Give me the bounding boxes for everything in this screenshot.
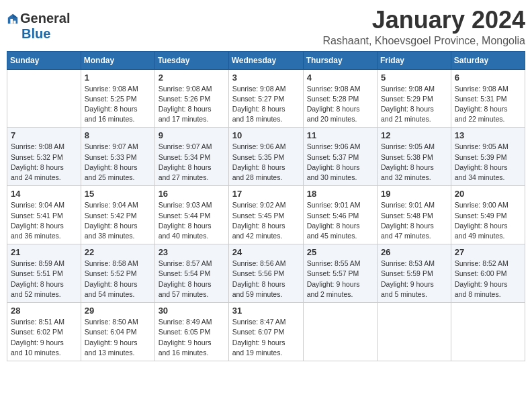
calendar-cell: 29Sunrise: 8:50 AM Sunset: 6:04 PM Dayli…	[81, 303, 154, 361]
day-number: 12	[381, 130, 447, 140]
day-info: Sunrise: 9:01 AM Sunset: 5:46 PM Dayligh…	[307, 200, 373, 241]
calendar-cell: 8Sunrise: 9:07 AM Sunset: 5:33 PM Daylig…	[81, 128, 154, 186]
weekday-header: Saturday	[451, 51, 525, 69]
calendar-cell: 10Sunrise: 9:06 AM Sunset: 5:35 PM Dayli…	[228, 128, 303, 186]
calendar-cell: 28Sunrise: 8:51 AM Sunset: 6:02 PM Dayli…	[7, 303, 81, 361]
weekday-header: Monday	[81, 51, 154, 69]
calendar-cell: 23Sunrise: 8:57 AM Sunset: 5:54 PM Dayli…	[154, 244, 228, 303]
calendar-cell: 5Sunrise: 9:08 AM Sunset: 5:29 PM Daylig…	[378, 69, 451, 128]
calendar-cell: 22Sunrise: 8:58 AM Sunset: 5:52 PM Dayli…	[81, 244, 154, 303]
calendar-cell: 6Sunrise: 9:08 AM Sunset: 5:31 PM Daylig…	[451, 69, 525, 128]
day-number: 25	[307, 247, 373, 257]
day-number: 26	[381, 247, 447, 257]
day-number: 28	[11, 306, 77, 316]
day-number: 7	[11, 130, 77, 140]
calendar-cell: 30Sunrise: 8:49 AM Sunset: 6:05 PM Dayli…	[154, 303, 228, 361]
weekday-header: Sunday	[7, 51, 81, 69]
day-info: Sunrise: 9:08 AM Sunset: 5:28 PM Dayligh…	[307, 84, 373, 125]
calendar-cell: 13Sunrise: 9:05 AM Sunset: 5:39 PM Dayli…	[451, 128, 525, 186]
day-info: Sunrise: 9:06 AM Sunset: 5:37 PM Dayligh…	[307, 142, 373, 183]
calendar-cell: 4Sunrise: 9:08 AM Sunset: 5:28 PM Daylig…	[303, 69, 377, 128]
logo: General Blue	[7, 11, 70, 42]
svg-marker-1	[13, 13, 17, 17]
calendar-cell: 20Sunrise: 9:00 AM Sunset: 5:49 PM Dayli…	[451, 186, 525, 244]
day-info: Sunrise: 9:05 AM Sunset: 5:39 PM Dayligh…	[455, 142, 521, 183]
day-number: 31	[232, 306, 300, 316]
day-number: 4	[307, 73, 373, 83]
logo-blue-text: Blue	[21, 26, 50, 42]
calendar-cell: 21Sunrise: 8:59 AM Sunset: 5:51 PM Dayli…	[7, 244, 81, 303]
day-number: 18	[307, 189, 373, 199]
day-info: Sunrise: 9:07 AM Sunset: 5:33 PM Dayligh…	[85, 142, 151, 183]
weekday-header: Thursday	[303, 51, 377, 69]
day-info: Sunrise: 9:03 AM Sunset: 5:44 PM Dayligh…	[159, 200, 225, 241]
calendar-week-row: 1Sunrise: 9:08 AM Sunset: 5:25 PM Daylig…	[7, 69, 525, 128]
weekday-header-row: SundayMondayTuesdayWednesdayThursdayFrid…	[7, 51, 525, 69]
calendar-cell	[378, 303, 451, 361]
day-number: 27	[455, 247, 521, 257]
calendar-cell: 27Sunrise: 8:52 AM Sunset: 6:00 PM Dayli…	[451, 244, 525, 303]
day-number: 8	[85, 130, 151, 140]
day-number: 10	[232, 130, 300, 140]
day-number: 14	[11, 189, 77, 199]
day-info: Sunrise: 8:53 AM Sunset: 5:59 PM Dayligh…	[381, 259, 447, 300]
weekday-header: Tuesday	[154, 51, 228, 69]
calendar-cell: 17Sunrise: 9:02 AM Sunset: 5:45 PM Dayli…	[228, 186, 303, 244]
calendar-cell: 18Sunrise: 9:01 AM Sunset: 5:46 PM Dayli…	[303, 186, 377, 244]
day-info: Sunrise: 8:58 AM Sunset: 5:52 PM Dayligh…	[85, 259, 151, 300]
day-number: 22	[85, 247, 151, 257]
calendar-cell: 12Sunrise: 9:05 AM Sunset: 5:38 PM Dayli…	[378, 128, 451, 186]
day-info: Sunrise: 9:08 AM Sunset: 5:25 PM Dayligh…	[85, 84, 151, 125]
calendar-cell: 31Sunrise: 8:47 AM Sunset: 6:07 PM Dayli…	[228, 303, 303, 361]
title-area: January 2024 Rashaant, Khoevsgoel Provin…	[322, 7, 525, 47]
calendar-cell	[7, 69, 81, 128]
calendar-week-row: 14Sunrise: 9:04 AM Sunset: 5:41 PM Dayli…	[7, 186, 525, 244]
day-number: 30	[159, 306, 225, 316]
day-number: 20	[455, 189, 521, 199]
calendar-cell	[451, 303, 525, 361]
day-number: 13	[455, 130, 521, 140]
day-info: Sunrise: 8:51 AM Sunset: 6:02 PM Dayligh…	[11, 317, 77, 358]
calendar-cell: 25Sunrise: 8:55 AM Sunset: 5:57 PM Dayli…	[303, 244, 377, 303]
day-info: Sunrise: 8:49 AM Sunset: 6:05 PM Dayligh…	[159, 317, 225, 358]
calendar-table: SundayMondayTuesdayWednesdayThursdayFrid…	[7, 51, 525, 361]
day-info: Sunrise: 9:08 AM Sunset: 5:26 PM Dayligh…	[159, 84, 225, 125]
calendar-cell: 19Sunrise: 9:01 AM Sunset: 5:48 PM Dayli…	[378, 186, 451, 244]
month-title: January 2024	[322, 7, 525, 34]
calendar-cell: 11Sunrise: 9:06 AM Sunset: 5:37 PM Dayli…	[303, 128, 377, 186]
calendar-cell: 15Sunrise: 9:04 AM Sunset: 5:42 PM Dayli…	[81, 186, 154, 244]
day-info: Sunrise: 9:00 AM Sunset: 5:49 PM Dayligh…	[455, 200, 521, 241]
day-number: 6	[455, 73, 521, 83]
day-info: Sunrise: 8:50 AM Sunset: 6:04 PM Dayligh…	[85, 317, 151, 358]
calendar-cell: 14Sunrise: 9:04 AM Sunset: 5:41 PM Dayli…	[7, 186, 81, 244]
calendar-week-row: 28Sunrise: 8:51 AM Sunset: 6:02 PM Dayli…	[7, 303, 525, 361]
day-info: Sunrise: 9:08 AM Sunset: 5:32 PM Dayligh…	[11, 142, 77, 183]
day-number: 2	[159, 73, 225, 83]
location-subtitle: Rashaant, Khoevsgoel Province, Mongolia	[322, 35, 525, 47]
day-number: 16	[159, 189, 225, 199]
day-number: 21	[11, 247, 77, 257]
calendar-cell: 24Sunrise: 8:56 AM Sunset: 5:56 PM Dayli…	[228, 244, 303, 303]
day-number: 24	[232, 247, 300, 257]
day-number: 11	[307, 130, 373, 140]
day-number: 1	[85, 73, 151, 83]
svg-rect-2	[10, 19, 13, 24]
day-info: Sunrise: 9:05 AM Sunset: 5:38 PM Dayligh…	[381, 142, 447, 183]
day-number: 9	[159, 130, 225, 140]
day-info: Sunrise: 9:08 AM Sunset: 5:29 PM Dayligh…	[381, 84, 447, 125]
day-info: Sunrise: 8:52 AM Sunset: 6:00 PM Dayligh…	[455, 259, 521, 300]
day-number: 23	[159, 247, 225, 257]
day-info: Sunrise: 9:07 AM Sunset: 5:34 PM Dayligh…	[159, 142, 225, 183]
day-info: Sunrise: 8:57 AM Sunset: 5:54 PM Dayligh…	[159, 259, 225, 300]
svg-rect-3	[13, 20, 16, 24]
calendar-cell: 3Sunrise: 9:08 AM Sunset: 5:27 PM Daylig…	[228, 69, 303, 128]
logo-general-text: General	[20, 11, 70, 26]
calendar-cell: 9Sunrise: 9:07 AM Sunset: 5:34 PM Daylig…	[154, 128, 228, 186]
day-number: 17	[232, 189, 300, 199]
calendar-cell: 7Sunrise: 9:08 AM Sunset: 5:32 PM Daylig…	[7, 128, 81, 186]
day-info: Sunrise: 9:02 AM Sunset: 5:45 PM Dayligh…	[232, 200, 300, 241]
day-info: Sunrise: 9:08 AM Sunset: 5:31 PM Dayligh…	[455, 84, 521, 125]
weekday-header: Wednesday	[228, 51, 303, 69]
calendar-week-row: 21Sunrise: 8:59 AM Sunset: 5:51 PM Dayli…	[7, 244, 525, 303]
day-info: Sunrise: 8:56 AM Sunset: 5:56 PM Dayligh…	[232, 259, 300, 300]
